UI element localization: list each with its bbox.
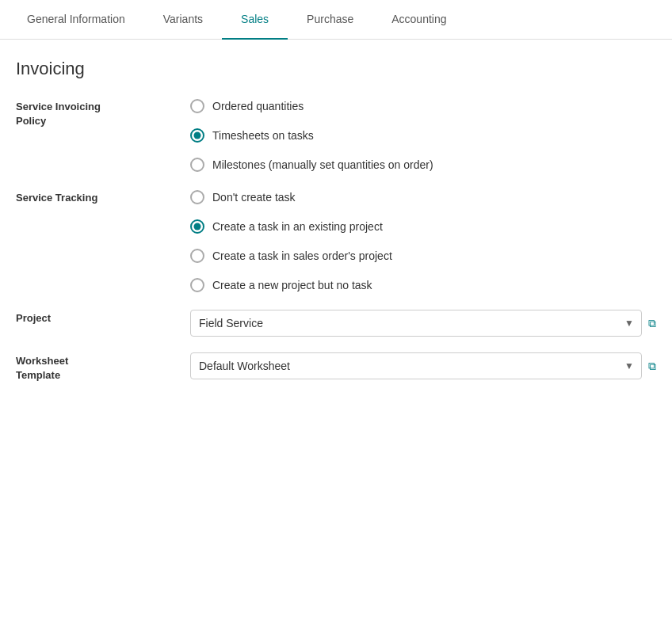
worksheet-template-select-row: Default Worksheet Custom Worksheet ▼ ⧉ xyxy=(190,352,656,379)
project-select-wrapper: Field Service Internal Support ▼ xyxy=(190,310,642,337)
project-row: Project Field Service Internal Support ▼… xyxy=(16,310,656,337)
service-tracking-row: Service Tracking Don't create task Creat… xyxy=(16,189,656,294)
project-label: Project xyxy=(16,310,190,326)
invoicing-timesheets-label: Timesheets on tasks xyxy=(212,128,314,144)
tracking-new-project-radio[interactable] xyxy=(190,278,204,292)
service-tracking-field: Don't create task Create a task in an ex… xyxy=(190,189,656,294)
worksheet-template-select-wrapper: Default Worksheet Custom Worksheet ▼ xyxy=(190,352,642,379)
tracking-sales-project-label: Create a task in sales order's project xyxy=(212,248,392,265)
worksheet-external-link[interactable]: ⧉ xyxy=(648,360,656,373)
service-invoicing-policy-label: Service Invoicing Policy xyxy=(16,98,190,128)
tab-variants[interactable]: Variants xyxy=(144,0,222,40)
project-select[interactable]: Field Service Internal Support xyxy=(190,310,642,337)
tab-accounting[interactable]: Accounting xyxy=(372,0,465,40)
tracking-existing-project-option[interactable]: Create a task in an existing project xyxy=(190,219,656,235)
invoicing-ordered-quantities-radio[interactable] xyxy=(190,99,204,113)
tab-general-information[interactable]: General Information xyxy=(8,0,144,40)
tracking-existing-project-label: Create a task in an existing project xyxy=(212,219,383,235)
service-invoicing-policy-field: Ordered quantities Timesheets on tasks M… xyxy=(190,98,656,173)
worksheet-template-select[interactable]: Default Worksheet Custom Worksheet xyxy=(190,352,642,379)
tab-bar: General Information Variants Sales Purch… xyxy=(0,0,672,40)
invoicing-milestones-option[interactable]: Milestones (manually set quantities on o… xyxy=(190,157,656,173)
invoicing-timesheets-radio[interactable] xyxy=(190,128,204,143)
tracking-no-task-radio[interactable] xyxy=(190,190,204,204)
service-tracking-radio-group: Don't create task Create a task in an ex… xyxy=(190,189,656,294)
tracking-existing-project-radio[interactable] xyxy=(190,219,204,234)
tracking-sales-project-radio[interactable] xyxy=(190,249,204,263)
tab-purchase[interactable]: Purchase xyxy=(288,0,372,40)
project-select-row: Field Service Internal Support ▼ ⧉ xyxy=(190,310,656,337)
invoicing-ordered-quantities-option[interactable]: Ordered quantities xyxy=(190,98,656,115)
invoicing-milestones-radio[interactable] xyxy=(190,158,204,172)
tracking-new-project-label: Create a new project but no task xyxy=(212,277,372,294)
project-field: Field Service Internal Support ▼ ⧉ xyxy=(190,310,656,337)
tracking-no-task-label: Don't create task xyxy=(212,189,296,206)
service-invoicing-policy-row: Service Invoicing Policy Ordered quantit… xyxy=(16,98,656,173)
worksheet-template-field: Default Worksheet Custom Worksheet ▼ ⧉ xyxy=(190,352,656,379)
project-external-link[interactable]: ⧉ xyxy=(648,317,656,330)
invoicing-ordered-quantities-label: Ordered quantities xyxy=(212,98,304,115)
invoicing-timesheets-option[interactable]: Timesheets on tasks xyxy=(190,128,656,144)
worksheet-template-label: Worksheet Template xyxy=(16,352,190,383)
invoicing-milestones-label: Milestones (manually set quantities on o… xyxy=(212,157,433,173)
invoicing-section-title: Invoicing xyxy=(16,59,656,79)
worksheet-template-row: Worksheet Template Default Worksheet Cus… xyxy=(16,352,656,383)
sales-tab-content: Invoicing Service Invoicing Policy Order… xyxy=(0,40,672,417)
service-invoicing-policy-radio-group: Ordered quantities Timesheets on tasks M… xyxy=(190,98,656,173)
tracking-no-task-option[interactable]: Don't create task xyxy=(190,189,656,206)
tab-sales[interactable]: Sales xyxy=(222,0,288,40)
tracking-sales-project-option[interactable]: Create a task in sales order's project xyxy=(190,248,656,265)
tracking-new-project-option[interactable]: Create a new project but no task xyxy=(190,277,656,294)
service-tracking-label: Service Tracking xyxy=(16,189,190,205)
